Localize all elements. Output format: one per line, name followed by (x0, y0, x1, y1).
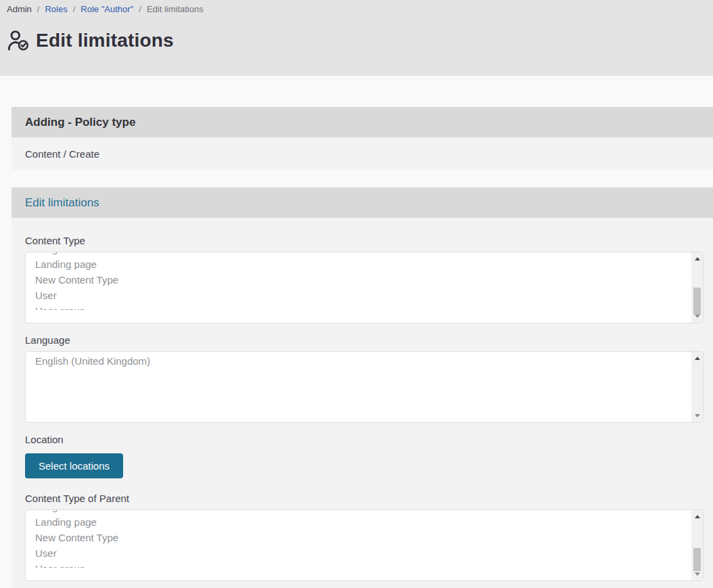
breadcrumb-item-current: Edit limitations (147, 4, 204, 14)
content-type-field: Content Type ImageLanding pageNew Conten… (25, 235, 704, 323)
select-locations-button[interactable]: Select locations (25, 453, 123, 478)
content-type-of-parent-field: Content Type of Parent ImageLanding page… (25, 493, 704, 581)
language-scrollbar[interactable] (691, 352, 703, 422)
content-type-label: Content Type (25, 235, 704, 246)
scroll-up-icon[interactable] (695, 257, 700, 261)
breadcrumb-separator: / (37, 4, 40, 14)
content-type-options: ImageLanding pageNew Content TypeUserUse… (26, 252, 703, 310)
language-options: English (United Kingdom) (26, 352, 703, 422)
location-field: Location Select locations (25, 434, 704, 493)
limitations-panel-header: Edit limitations (12, 187, 713, 218)
scrollbar-thumb[interactable] (693, 548, 701, 571)
scroll-down-icon[interactable] (695, 315, 700, 318)
language-field: Language English (United Kingdom) (25, 334, 704, 423)
scroll-up-icon[interactable] (695, 515, 700, 518)
select-option[interactable]: User group (35, 303, 703, 310)
breadcrumb: Admin / Roles / Role "Author" / Edit lim… (7, 4, 713, 14)
select-option[interactable]: User (35, 545, 703, 561)
title-row: Edit limitations (7, 29, 713, 52)
parent-scrollbar[interactable] (691, 510, 703, 581)
parent-options: ImageLanding pageNew Content TypeUserUse… (26, 510, 703, 568)
language-label: Language (25, 334, 704, 346)
select-option[interactable]: User group (35, 561, 703, 568)
scroll-down-icon[interactable] (695, 572, 700, 576)
user-check-icon (7, 29, 30, 52)
select-option[interactable]: Image (35, 510, 703, 514)
select-option[interactable]: English (United Kingdom) (35, 353, 703, 369)
content-type-scrollbar[interactable] (691, 252, 703, 323)
main-content: Adding - Policy type Content / Create Ed… (0, 76, 713, 588)
language-select[interactable]: English (United Kingdom) (25, 351, 704, 423)
policy-panel-header: Adding - Policy type (12, 107, 713, 137)
select-option[interactable]: User (35, 288, 703, 303)
select-option[interactable]: New Content Type (35, 272, 703, 288)
breadcrumb-item-admin: Admin (7, 4, 32, 14)
scrollbar-thumb[interactable] (693, 288, 701, 315)
breadcrumb-separator: / (73, 4, 76, 14)
content-type-of-parent-label: Content Type of Parent (25, 493, 704, 504)
content-type-of-parent-select[interactable]: ImageLanding pageNew Content TypeUserUse… (25, 510, 704, 581)
scroll-up-icon[interactable] (695, 357, 700, 360)
select-option[interactable]: Landing page (35, 514, 703, 530)
breadcrumb-link-roles[interactable]: Roles (45, 4, 67, 14)
select-option[interactable]: Image (35, 252, 703, 256)
page-header: Admin / Roles / Role "Author" / Edit lim… (0, 0, 713, 76)
policy-panel: Adding - Policy type Content / Create (12, 107, 713, 170)
scroll-down-icon[interactable] (695, 414, 700, 417)
location-label: Location (25, 434, 704, 445)
breadcrumb-link-role-author[interactable]: Role "Author" (80, 4, 133, 14)
content-type-select[interactable]: ImageLanding pageNew Content TypeUserUse… (25, 252, 704, 323)
breadcrumb-separator: / (139, 4, 141, 14)
select-option[interactable]: New Content Type (35, 530, 703, 545)
limitations-form: Content Type ImageLanding pageNew Conten… (12, 218, 713, 588)
policy-value: Content / Create (12, 137, 713, 170)
page-title: Edit limitations (36, 30, 174, 51)
select-option[interactable]: Landing page (35, 256, 703, 272)
limitations-panel: Edit limitations Content Type ImageLandi… (12, 187, 713, 588)
